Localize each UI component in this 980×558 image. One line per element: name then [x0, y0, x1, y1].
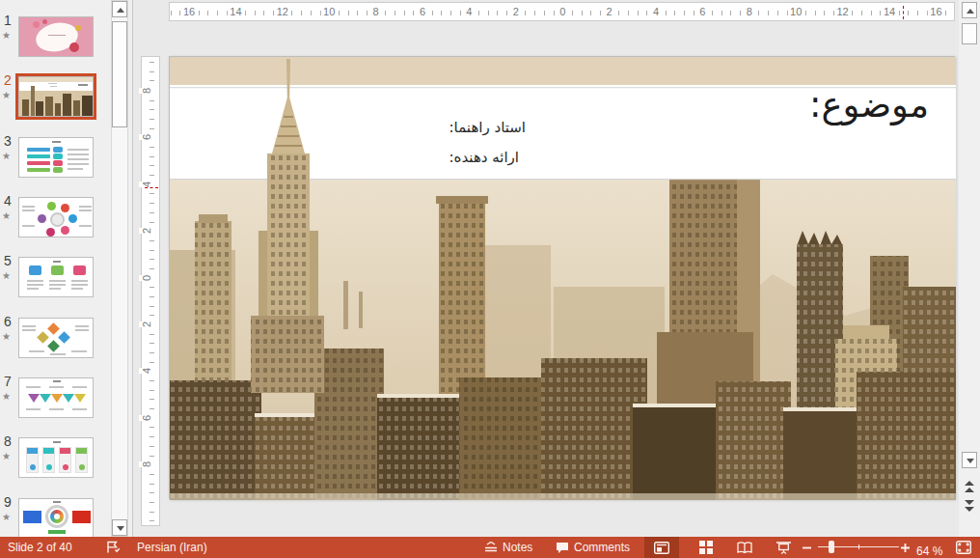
- slide-thumbnail-1[interactable]: 1 ★: [0, 16, 108, 70]
- ruler-number: 6: [139, 415, 154, 421]
- slide-subtitle-textbox[interactable]: استاد راهنما: ارائه دهنده:: [449, 113, 526, 173]
- thumbnail-scrollbar[interactable]: [111, 0, 128, 537]
- slide-number: 4: [4, 193, 12, 209]
- ruler-number: 4: [464, 6, 474, 17]
- scroll-down-button[interactable]: [962, 452, 977, 468]
- comments-icon: [556, 542, 569, 554]
- thumbnail-art: [19, 138, 93, 177]
- presenter-line: ارائه دهنده:: [449, 143, 526, 173]
- previous-slide-button[interactable]: [964, 481, 975, 494]
- reading-view-button[interactable]: [727, 537, 762, 558]
- animation-star-icon[interactable]: ★: [2, 391, 11, 402]
- thumbnail-art: [19, 438, 93, 477]
- slide-thumbnail-3[interactable]: 3 ★: [0, 137, 108, 191]
- animation-star-icon[interactable]: ★: [2, 331, 11, 342]
- ruler-number: 4: [139, 181, 154, 187]
- slide-thumbnail-image[interactable]: [18, 257, 94, 297]
- slide-thumbnail-panel: 1 ★ 2 ★: [0, 0, 133, 537]
- fit-to-window-icon: [956, 541, 971, 554]
- thumbnail-art: [19, 198, 93, 237]
- reading-view-icon: [737, 542, 752, 554]
- thumbnail-art: [19, 319, 93, 357]
- powerpoint-window: 1 ★ 2 ★: [0, 0, 980, 558]
- scrollbar-thumb[interactable]: [112, 21, 127, 127]
- scroll-up-button[interactable]: [962, 2, 977, 18]
- ruler-number: 0: [139, 275, 154, 281]
- animation-star-icon[interactable]: ★: [2, 270, 11, 281]
- slide-number: 3: [4, 133, 12, 149]
- notes-button[interactable]: Notes: [484, 537, 532, 558]
- slide-number: 2: [4, 72, 12, 88]
- slide-thumbnail-image[interactable]: [18, 16, 94, 57]
- ruler-number: 4: [139, 368, 154, 374]
- slide-thumbnail-image[interactable]: [18, 76, 94, 117]
- slide-thumbnail-image[interactable]: [18, 197, 94, 237]
- slide-sorter-view-button[interactable]: [689, 537, 723, 558]
- ruler-number: 2: [605, 6, 614, 17]
- slide-number: 5: [4, 253, 12, 268]
- slide-thumbnail-image[interactable]: [18, 498, 94, 539]
- ruler-ticks: [150, 57, 154, 525]
- ruler-number: 8: [139, 461, 154, 467]
- ruler-number: 16: [928, 6, 943, 17]
- pointer-position-marker: [903, 6, 904, 19]
- animation-star-icon[interactable]: ★: [2, 451, 11, 461]
- slide-number: 9: [4, 494, 12, 510]
- zoom-level[interactable]: 64 %: [916, 541, 942, 558]
- slide-show-button[interactable]: [766, 537, 801, 558]
- slide-number: 7: [4, 374, 12, 389]
- proofing-status-icon[interactable]: [106, 537, 121, 558]
- slide-canvas[interactable]: موضوع: استاد راهنما: ارائه دهنده:: [169, 56, 955, 499]
- zoom-in-button[interactable]: [901, 537, 910, 558]
- ruler-number: 2: [139, 228, 154, 234]
- slide-thumbnail-6[interactable]: 6 ★: [0, 318, 108, 372]
- normal-view-icon: [654, 542, 669, 554]
- slide-thumbnail-7[interactable]: 7 ★: [0, 377, 108, 432]
- status-bar: Slide 2 of 40 Persian (Iran) Notes Comme…: [0, 537, 980, 558]
- horizontal-ruler: 1614121086420246810121416: [169, 2, 955, 21]
- slide-thumbnail-5[interactable]: 5 ★: [0, 257, 108, 311]
- slide-thumbnail-image[interactable]: [18, 377, 94, 418]
- slide-show-icon: [776, 542, 791, 554]
- scrollbar-thumb[interactable]: [962, 23, 977, 44]
- supervisor-line: استاد راهنما:: [449, 113, 526, 143]
- comments-button[interactable]: Comments: [556, 537, 630, 558]
- zoom-slider-center-tick: [858, 544, 859, 549]
- ruler-number: 2: [139, 321, 154, 327]
- slide-thumbnail-image[interactable]: [18, 437, 94, 478]
- slide-thumbnail-2[interactable]: 2 ★: [0, 76, 108, 130]
- slide-thumbnail-image[interactable]: [18, 318, 94, 358]
- slide-thumbnail-image[interactable]: [18, 137, 94, 178]
- animation-star-icon[interactable]: ★: [2, 151, 11, 161]
- slide-title-textbox[interactable]: موضوع:: [809, 84, 929, 126]
- fit-slide-to-window-button[interactable]: [956, 537, 971, 558]
- animation-star-icon[interactable]: ★: [2, 512, 11, 522]
- thumbnail-art: [19, 499, 93, 538]
- slide-counter[interactable]: Slide 2 of 40: [8, 537, 72, 558]
- language-indicator[interactable]: Persian (Iran): [137, 537, 207, 558]
- ruler-number: 6: [418, 6, 427, 17]
- ruler-number: 2: [511, 6, 521, 17]
- scroll-up-button[interactable]: [112, 1, 127, 17]
- animation-star-icon[interactable]: ★: [2, 90, 11, 100]
- main-scrollbar[interactable]: [959, 0, 980, 537]
- thumbnail-art: [19, 17, 93, 56]
- normal-view-button[interactable]: [644, 537, 679, 558]
- slide-number: 1: [4, 13, 12, 28]
- ruler-number: 14: [228, 6, 243, 17]
- scroll-down-button[interactable]: [112, 519, 127, 536]
- ruler-number: 8: [139, 88, 154, 94]
- ruler-number: 0: [558, 6, 567, 17]
- zoom-slider-thumb[interactable]: [829, 541, 834, 553]
- thumbnail-art: [19, 77, 93, 116]
- animation-star-icon[interactable]: ★: [2, 210, 11, 221]
- pointer-position-marker: [145, 187, 158, 188]
- ruler-number: 8: [745, 6, 754, 17]
- notes-icon: [484, 542, 498, 553]
- animation-star-icon[interactable]: ★: [2, 30, 11, 41]
- slide-thumbnail-4[interactable]: 4 ★: [0, 197, 108, 251]
- zoom-out-button[interactable]: [803, 537, 811, 558]
- next-slide-button[interactable]: [964, 500, 975, 514]
- ruler-number: 8: [371, 6, 381, 17]
- slide-thumbnail-8[interactable]: 8 ★: [0, 437, 108, 491]
